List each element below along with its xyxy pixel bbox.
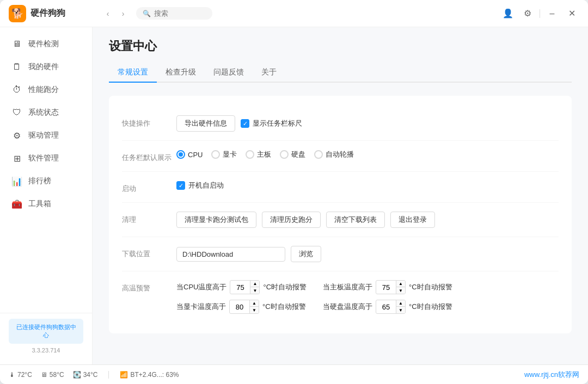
status-divider: [108, 371, 109, 379]
radio-auto-label: 自动轮播: [326, 150, 354, 159]
close-button[interactable]: ✕: [564, 6, 579, 21]
title-bar: 🐕 硬件狗狗 ‹ › 🔍 👤 ⚙ – ✕: [0, 0, 588, 27]
radio-motherboard-button[interactable]: [246, 150, 254, 159]
temp-hdd-prefix: 当硬盘温度高于: [323, 302, 372, 312]
autostart-checkbox-wrapper[interactable]: ✓ 开机自启动: [176, 181, 224, 190]
sidebar-item-ranking[interactable]: 📊 排行榜: [0, 170, 92, 193]
sidebar-label-driver-manage: 驱动管理: [28, 131, 59, 140]
sidebar-label-my-hardware: 我的硬件: [28, 62, 59, 72]
gpu-temp-icon: 🖥: [41, 371, 47, 379]
tab-bar: 常规设置 检查升级 问题反馈 关于: [109, 63, 572, 83]
nav-back-button[interactable]: ‹: [101, 7, 114, 20]
temp-mb-input[interactable]: [376, 282, 396, 293]
status-bar: 🌡 72°C 🖥 58°C 💽 34°C 📶 BT+2.4G...: 63% w…: [0, 364, 588, 384]
sidebar-label-hardware-detect: 硬件检测: [28, 39, 59, 49]
watermark: www.rjtj.cn软荐网: [524, 370, 579, 380]
radio-auto[interactable]: 自动轮播: [314, 150, 354, 159]
sidebar-item-my-hardware[interactable]: 🗒 我的硬件: [0, 55, 92, 78]
settings-icon-button[interactable]: ⚙: [520, 6, 535, 21]
temp-cpu-suffix: °C时自动报警: [263, 282, 307, 292]
search-box[interactable]: 🔍: [136, 7, 212, 20]
sidebar-item-toolbox[interactable]: 🧰 工具箱: [0, 193, 92, 215]
software-manage-icon: ⊞: [11, 152, 23, 164]
temp-gpu-spinner-btns: ▲ ▼: [249, 300, 259, 313]
export-hardware-button[interactable]: 导出硬件信息: [176, 115, 235, 132]
temp-hdd-spinner[interactable]: ▲ ▼: [376, 300, 406, 314]
high-temp-control: 当CPU温度高于 ▲ ▼: [176, 280, 559, 314]
temp-gpu-suffix: °C时自动报警: [262, 302, 306, 312]
title-bar-right: 👤 ⚙ – ✕: [500, 6, 579, 21]
tab-feedback[interactable]: 问题反馈: [205, 63, 253, 83]
radio-motherboard-label: 主板: [257, 150, 271, 159]
logout-button[interactable]: 退出登录: [390, 212, 435, 228]
temp-cpu-spinner-btns: ▲ ▼: [250, 281, 259, 294]
download-path-input[interactable]: [176, 247, 285, 262]
app-title: 硬件狗狗: [30, 8, 65, 19]
sidebar-item-benchmark[interactable]: ⏱ 性能跑分: [0, 78, 92, 101]
status-items: 🌡 72°C 🖥 58°C 💽 34°C 📶 BT+2.4G...: 63%: [9, 371, 179, 379]
hardware-detect-icon: 🖥: [11, 38, 23, 50]
clear-download-list-button[interactable]: 清空下载列表: [326, 212, 385, 228]
app-logo-icon: 🐕: [9, 5, 26, 22]
network-value: BT+2.4G...: 63%: [130, 371, 179, 379]
radio-motherboard[interactable]: 主板: [246, 150, 271, 159]
temp-cpu-spinner[interactable]: ▲ ▼: [230, 280, 260, 294]
temp-mb-up-button[interactable]: ▲: [396, 281, 405, 287]
temp-gpu-row: 当显卡温度高于 ▲ ▼: [176, 300, 307, 314]
nav-arrows: ‹ ›: [101, 7, 130, 20]
temp-gpu-up-button[interactable]: ▲: [250, 300, 259, 307]
tab-about[interactable]: 关于: [253, 63, 285, 83]
show-taskbar-checkbox-wrapper[interactable]: ✓ 显示任务栏标尺: [241, 119, 302, 128]
temp-mb-down-button[interactable]: ▼: [396, 287, 405, 294]
title-bar-divider: [540, 9, 540, 18]
search-input[interactable]: [154, 9, 209, 17]
sidebar-label-benchmark: 性能跑分: [28, 85, 59, 95]
nav-forward-button[interactable]: ›: [117, 7, 130, 20]
temp-hdd-input[interactable]: [376, 301, 396, 313]
sidebar-item-system-status[interactable]: 🛡 系统状态: [0, 101, 92, 124]
radio-cpu-button[interactable]: [176, 150, 185, 159]
radio-auto-button[interactable]: [314, 150, 323, 159]
temp-cpu-up-button[interactable]: ▲: [250, 281, 259, 287]
tab-general[interactable]: 常规设置: [109, 63, 157, 83]
temp-mb-spinner[interactable]: ▲ ▼: [376, 280, 406, 294]
my-hardware-icon: 🗒: [11, 61, 23, 73]
radio-harddisk-button[interactable]: [280, 150, 289, 159]
quick-actions-label: 快捷操作: [122, 115, 176, 128]
system-status-icon: 🛡: [11, 107, 23, 119]
quick-actions-control: 导出硬件信息 ✓ 显示任务栏标尺: [176, 115, 559, 132]
startup-label: 启动: [122, 181, 176, 194]
clean-gpu-test-button[interactable]: 清理显卡跑分测试包: [176, 212, 256, 228]
temp-gpu-down-button[interactable]: ▼: [250, 307, 259, 313]
show-taskbar-checkbox[interactable]: ✓: [241, 119, 249, 128]
minimize-button[interactable]: –: [544, 6, 560, 21]
tab-check-upgrade[interactable]: 检查升级: [157, 63, 205, 83]
radio-cpu[interactable]: CPU: [176, 150, 203, 159]
temp-gpu-input[interactable]: [230, 301, 249, 313]
status-network: 📶 BT+2.4G...: 63%: [120, 371, 179, 379]
temp-hdd-up-button[interactable]: ▲: [396, 300, 405, 307]
temp-hdd-spinner-btns: ▲ ▼: [396, 300, 405, 313]
radio-gpu-button[interactable]: [211, 150, 220, 159]
status-disk-temp: 💽 34°C: [73, 371, 98, 379]
user-icon-button[interactable]: 👤: [500, 6, 516, 21]
sidebar-item-driver-manage[interactable]: ⚙ 驱动管理: [0, 124, 92, 147]
autostart-check-icon: ✓: [179, 182, 183, 189]
sidebar-item-software-manage[interactable]: ⊞ 软件管理: [0, 147, 92, 170]
logo-area: 🐕 硬件狗狗: [9, 5, 101, 22]
temp-hdd-suffix: °C时自动报警: [409, 302, 452, 312]
temp-cpu-down-button[interactable]: ▼: [250, 287, 259, 294]
radio-gpu[interactable]: 显卡: [211, 150, 237, 159]
temp-cpu-input[interactable]: [230, 282, 250, 293]
temp-hdd-down-button[interactable]: ▼: [396, 307, 405, 313]
clean-benchmark-history-button[interactable]: 清理历史跑分: [262, 212, 321, 228]
download-location-row: 下载位置 浏览: [122, 237, 559, 271]
content-area: 设置中心 常规设置 检查升级 问题反馈 关于 快捷操作 导出硬件信息: [93, 27, 588, 364]
autostart-checkbox[interactable]: ✓: [176, 181, 185, 190]
taskbar-default-control: CPU 显卡 主板 硬: [176, 150, 559, 159]
radio-harddisk[interactable]: 硬盘: [280, 150, 305, 159]
sidebar-item-hardware-detect[interactable]: 🖥 硬件检测: [0, 33, 92, 55]
browse-button[interactable]: 浏览: [291, 246, 321, 262]
high-temp-row: 高温预警 当CPU温度高于 ▲: [122, 271, 559, 323]
temp-gpu-spinner[interactable]: ▲ ▼: [229, 300, 259, 314]
